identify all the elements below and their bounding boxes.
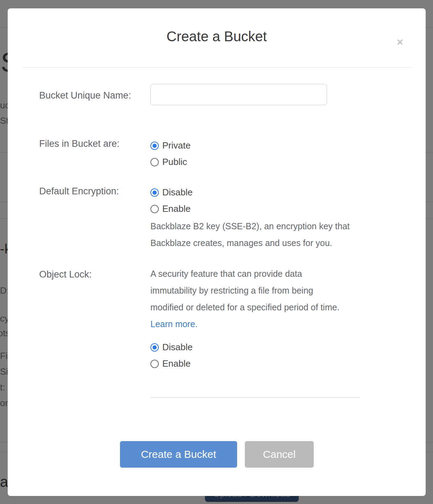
radio-option-lock-disable[interactable]: Disable (150, 339, 193, 355)
files-in-bucket-options: Private Public (150, 137, 191, 170)
radio-selected-icon (150, 188, 159, 197)
default-encryption-options: Disable Enable (150, 184, 193, 217)
default-encryption-description: Backblaze B2 key (SSE-B2), an encryption… (150, 218, 367, 251)
radio-option-encryption-disable[interactable]: Disable (150, 184, 193, 201)
radio-option-private[interactable]: Private (150, 137, 191, 154)
radio-selected-icon (150, 343, 159, 352)
radio-option-label: Enable (162, 358, 191, 369)
bucket-name-input[interactable] (150, 84, 327, 105)
close-icon[interactable]: × (397, 36, 403, 48)
radio-unselected-icon (150, 205, 159, 213)
title-divider (22, 67, 411, 67)
radio-option-label: Disable (162, 187, 193, 198)
footer-divider (150, 397, 360, 398)
create-bucket-button[interactable]: Create a Bucket (120, 441, 237, 468)
radio-option-label: Private (162, 140, 191, 151)
radio-option-lock-enable[interactable]: Enable (150, 355, 193, 372)
radio-option-label: Enable (162, 203, 191, 214)
object-lock-description: A security feature that can provide data… (150, 265, 343, 332)
radio-option-encryption-enable[interactable]: Enable (150, 201, 193, 217)
radio-option-label: Public (162, 157, 187, 167)
radio-selected-icon (150, 142, 159, 150)
radio-unselected-icon (150, 360, 159, 368)
radio-option-public[interactable]: Public (150, 154, 191, 170)
radio-option-label: Disable (162, 342, 193, 353)
default-encryption-label: Default Encryption: (39, 186, 119, 197)
object-lock-options: Disable Enable (150, 339, 193, 372)
cancel-button[interactable]: Cancel (245, 441, 314, 468)
object-lock-description-text: A security feature that can provide data… (150, 269, 340, 312)
create-bucket-modal: Create a Bucket × Bucket Unique Name: Fi… (8, 8, 426, 496)
modal-title: Create a Bucket (8, 29, 426, 44)
learn-more-link[interactable]: Learn more. (150, 319, 198, 329)
bucket-name-label: Bucket Unique Name: (39, 90, 131, 101)
radio-unselected-icon (150, 158, 159, 166)
object-lock-label: Object Lock: (39, 269, 92, 280)
files-in-bucket-label: Files in Bucket are: (39, 138, 120, 149)
